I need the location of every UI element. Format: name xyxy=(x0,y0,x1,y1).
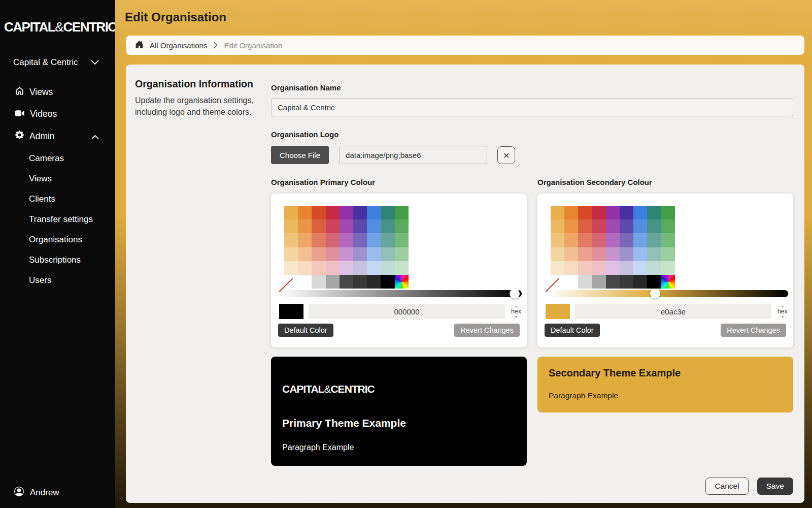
stepper-up-icon[interactable]: ▲ xyxy=(515,304,518,308)
color-swatch[interactable] xyxy=(578,233,592,247)
color-swatch[interactable] xyxy=(312,261,325,275)
color-swatch[interactable] xyxy=(340,219,353,233)
secondary-hex-input[interactable] xyxy=(575,304,771,319)
color-swatch[interactable] xyxy=(298,219,312,233)
color-swatch[interactable] xyxy=(633,233,647,247)
color-swatch[interactable] xyxy=(381,219,394,233)
color-swatch[interactable] xyxy=(564,206,578,219)
color-swatch[interactable] xyxy=(647,233,661,247)
clear-logo-button[interactable]: × xyxy=(497,146,515,164)
color-swatch[interactable] xyxy=(633,247,647,261)
sidebar-subitem-cameras[interactable]: Cameras xyxy=(0,148,115,169)
primary-hex-input[interactable] xyxy=(309,304,505,319)
cancel-button[interactable]: Cancel xyxy=(705,478,748,495)
color-swatch[interactable] xyxy=(284,219,298,233)
color-swatch[interactable] xyxy=(353,247,367,261)
color-swatch[interactable] xyxy=(551,219,564,233)
color-swatch[interactable] xyxy=(647,247,661,261)
color-swatch[interactable] xyxy=(551,206,564,219)
color-swatch[interactable] xyxy=(647,206,661,219)
color-swatch[interactable] xyxy=(620,275,633,289)
color-swatch[interactable] xyxy=(592,219,606,233)
color-swatch[interactable] xyxy=(353,219,367,233)
color-swatch[interactable] xyxy=(312,206,325,219)
color-swatch[interactable] xyxy=(367,233,381,247)
no-color-swatch[interactable] xyxy=(284,275,298,289)
choose-file-button[interactable]: Choose File xyxy=(271,146,329,164)
color-swatch[interactable] xyxy=(381,275,394,289)
save-button[interactable]: Save xyxy=(757,478,793,495)
hex-format-stepper[interactable]: ▲ hex ▼ xyxy=(776,304,789,319)
color-swatch[interactable] xyxy=(620,247,633,261)
color-swatch[interactable] xyxy=(284,233,298,247)
color-swatch[interactable] xyxy=(367,206,381,219)
color-swatch[interactable] xyxy=(326,233,340,247)
color-swatch[interactable] xyxy=(367,275,381,289)
color-swatch[interactable] xyxy=(564,247,578,261)
slider-thumb[interactable] xyxy=(650,289,660,299)
color-swatch[interactable] xyxy=(606,233,620,247)
sidebar-subitem-clients[interactable]: Clients xyxy=(0,189,115,209)
color-swatch[interactable] xyxy=(633,206,647,219)
color-swatch[interactable] xyxy=(606,247,620,261)
org-name-input[interactable] xyxy=(271,98,793,116)
color-swatch[interactable] xyxy=(326,275,340,289)
color-swatch[interactable] xyxy=(551,261,564,275)
color-swatch[interactable] xyxy=(564,219,578,233)
color-swatch[interactable] xyxy=(620,233,633,247)
color-swatch[interactable] xyxy=(661,247,675,261)
color-swatch[interactable] xyxy=(606,219,620,233)
default-color-button[interactable]: Default Color xyxy=(278,324,333,337)
color-swatch[interactable] xyxy=(661,206,675,219)
color-swatch[interactable] xyxy=(551,247,564,261)
color-swatch[interactable] xyxy=(578,261,592,275)
color-swatch[interactable] xyxy=(578,247,592,261)
slider-thumb[interactable] xyxy=(510,289,520,299)
color-swatch[interactable] xyxy=(661,233,675,247)
color-swatch[interactable] xyxy=(381,261,394,275)
sidebar-item-views[interactable]: Views xyxy=(0,81,115,103)
color-swatch[interactable] xyxy=(395,247,409,261)
color-swatch[interactable] xyxy=(298,261,312,275)
no-color-swatch[interactable] xyxy=(551,275,564,289)
color-swatch[interactable] xyxy=(284,247,298,261)
color-swatch[interactable] xyxy=(340,206,353,219)
color-swatch[interactable] xyxy=(647,219,661,233)
color-swatch[interactable] xyxy=(367,261,381,275)
color-swatch[interactable] xyxy=(592,247,606,261)
color-swatch[interactable] xyxy=(298,275,312,289)
stepper-down-icon[interactable]: ▼ xyxy=(515,315,518,319)
color-swatch[interactable] xyxy=(620,261,633,275)
sidebar-subitem-subscriptions[interactable]: Subscriptions xyxy=(0,250,115,270)
color-swatch[interactable] xyxy=(606,261,620,275)
color-swatch[interactable] xyxy=(578,219,592,233)
color-swatch[interactable] xyxy=(647,261,661,275)
color-swatch[interactable] xyxy=(312,275,325,289)
color-swatch[interactable] xyxy=(578,275,592,289)
rainbow-swatch-icon[interactable] xyxy=(661,275,675,289)
color-swatch[interactable] xyxy=(326,247,340,261)
breadcrumb-all-organisations[interactable]: All Organisations xyxy=(150,41,207,50)
color-swatch[interactable] xyxy=(564,275,578,289)
user-menu[interactable]: Andrew xyxy=(14,487,59,499)
color-swatch[interactable] xyxy=(381,233,394,247)
color-swatch[interactable] xyxy=(284,206,298,219)
color-swatch[interactable] xyxy=(606,206,620,219)
color-swatch[interactable] xyxy=(353,206,367,219)
color-swatch[interactable] xyxy=(647,275,661,289)
rainbow-swatch-icon[interactable] xyxy=(395,275,409,289)
color-swatch[interactable] xyxy=(592,233,606,247)
color-swatch[interactable] xyxy=(592,206,606,219)
default-color-button[interactable]: Default Color xyxy=(545,324,600,337)
color-swatch[interactable] xyxy=(661,261,675,275)
color-swatch[interactable] xyxy=(564,233,578,247)
secondary-lightness-slider[interactable] xyxy=(547,290,788,297)
color-swatch[interactable] xyxy=(395,219,409,233)
color-swatch[interactable] xyxy=(633,261,647,275)
color-swatch[interactable] xyxy=(340,247,353,261)
revert-changes-button[interactable]: Revert Changes xyxy=(454,324,520,337)
color-swatch[interactable] xyxy=(381,247,394,261)
color-swatch[interactable] xyxy=(312,233,325,247)
color-swatch[interactable] xyxy=(326,206,340,219)
color-swatch[interactable] xyxy=(353,233,367,247)
